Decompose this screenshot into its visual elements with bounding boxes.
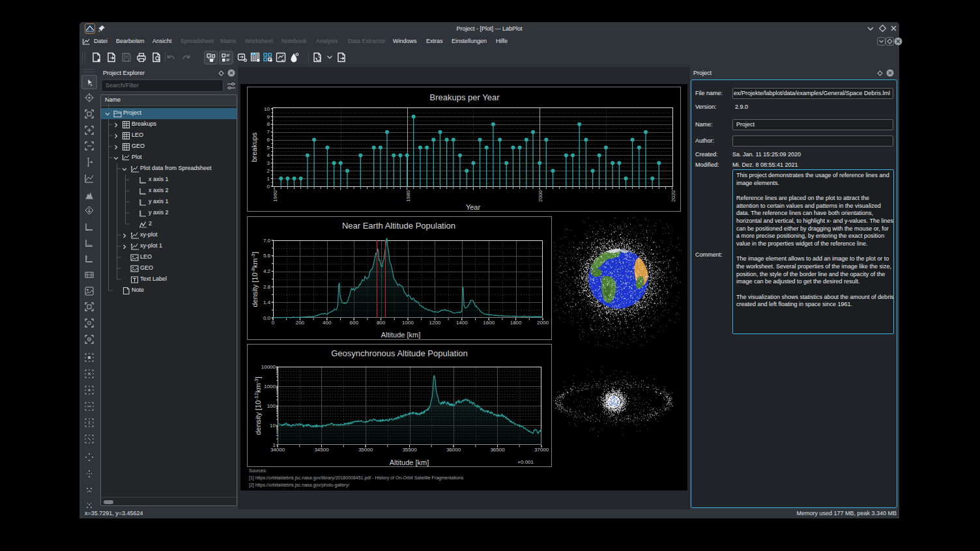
svg-text:1000: 1000: [264, 384, 276, 389]
svg-text:1960: 1960: [272, 190, 278, 202]
svg-text:7.0: 7.0: [263, 238, 271, 244]
svg-text:1400: 1400: [456, 320, 468, 326]
svg-text:8: 8: [267, 121, 270, 127]
svg-text:35500: 35500: [402, 447, 417, 453]
svg-text:10: 10: [264, 106, 270, 112]
svg-text:2.8: 2.8: [263, 284, 271, 290]
svg-text:1600: 1600: [483, 320, 495, 326]
svg-text:0: 0: [272, 320, 275, 326]
svg-text:36500: 36500: [490, 447, 505, 453]
svg-text:[2] https://orbitaldebris.jsc.: [2] https://orbitaldebris.jsc.nasa.gov/p…: [249, 483, 349, 488]
svg-text:9: 9: [267, 114, 270, 120]
svg-text:Altitude [km]: Altitude [km]: [381, 331, 421, 339]
svg-text:density [10-8km-3]: density [10-8km-3]: [250, 251, 259, 307]
svg-text:37000: 37000: [534, 447, 549, 453]
svg-text:[1] https://orbitaldebris.jsc.: [1] https://orbitaldebris.jsc.nasa.gov/l…: [249, 475, 464, 481]
svg-text:density [10-12km-3]: density [10-12km-3]: [253, 376, 262, 435]
svg-text:Sources:: Sources:: [249, 468, 267, 473]
svg-text:1200: 1200: [429, 320, 441, 326]
svg-text:200: 200: [296, 320, 305, 326]
svg-text:1: 1: [267, 176, 270, 182]
svg-text:36000: 36000: [446, 447, 461, 453]
svg-text:35000: 35000: [358, 447, 373, 453]
svg-text:3: 3: [267, 160, 270, 166]
svg-text:6: 6: [267, 137, 270, 143]
svg-text:600: 600: [350, 320, 359, 326]
svg-text:1000: 1000: [402, 320, 414, 326]
svg-text:2000: 2000: [538, 190, 543, 202]
svg-text:5: 5: [267, 145, 270, 150]
svg-text:5.6: 5.6: [263, 253, 271, 259]
svg-text:Altitude [km]: Altitude [km]: [390, 459, 429, 466]
svg-text:400: 400: [323, 320, 332, 326]
svg-text:0.0: 0.0: [263, 315, 271, 321]
svg-text:1.4: 1.4: [263, 300, 271, 305]
svg-text:2020: 2020: [670, 190, 676, 202]
svg-text:Year: Year: [466, 203, 481, 211]
svg-text:breakups: breakups: [250, 132, 258, 162]
svg-text:34000: 34000: [270, 447, 285, 453]
svg-text:2: 2: [267, 168, 270, 174]
svg-text:Breakups per Year: Breakups per Year: [430, 92, 500, 102]
svg-text:2000: 2000: [537, 320, 549, 326]
svg-text:800: 800: [377, 320, 386, 326]
svg-text:34500: 34500: [314, 447, 329, 453]
svg-text:4.2: 4.2: [263, 268, 271, 274]
svg-text:0: 0: [267, 184, 270, 190]
svg-text:4: 4: [267, 152, 270, 158]
svg-text:10: 10: [270, 423, 276, 429]
svg-text:1980: 1980: [405, 190, 411, 202]
svg-text:Geosynchronous Altitude Popula: Geosynchronous Altitude Population: [331, 348, 468, 358]
svg-text:10000: 10000: [261, 364, 276, 370]
svg-text:×0.001: ×0.001: [517, 459, 534, 465]
svg-text:7: 7: [267, 129, 270, 135]
svg-text:100: 100: [267, 403, 276, 409]
svg-text:Near Earth Altitude Population: Near Earth Altitude Population: [342, 221, 455, 231]
svg-text:1800: 1800: [510, 320, 522, 326]
